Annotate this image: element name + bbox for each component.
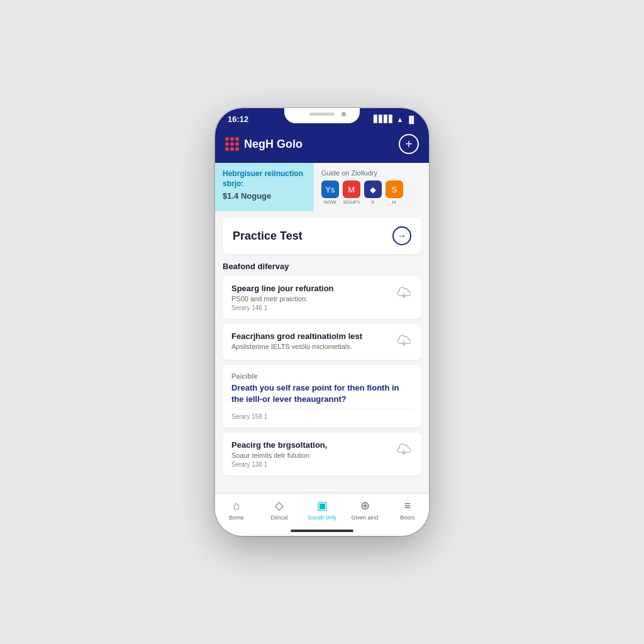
battery-icon: ▐▌ [406,116,416,123]
section-card-2-meta: Serary 138 1 [231,461,390,468]
diamond-label: 0 [372,199,374,205]
section-card-2-title: Peacirg the brgsoltation, [231,440,390,450]
promo-section: Hebrgisuer reiinuction sbrjo: $1.4 Nogug… [215,163,429,211]
wifi-icon: ▲ [397,116,404,123]
guide-icon-ys[interactable]: Ys NOW [321,180,339,205]
logo-dot-5 [230,142,234,146]
section-card-2-content: Peacirg the brgsoltation, Soaur teimits … [231,440,395,468]
list-item-2[interactable]: Feacrjhans grod realtinatiolm lest Apsli… [223,324,421,360]
logo-dot-6 [235,142,239,146]
nav-label-home: Bome [229,514,244,521]
given-icon: ⊕ [360,499,370,513]
m-label: SOUP'I [343,199,360,205]
s-icon: S [386,180,403,198]
section-card-2[interactable]: Peacirg the brgsoltation, Soaur teimits … [223,433,421,475]
s-label: H [392,199,396,205]
promo-right[interactable]: Guide on Ziolludry Ys NOW M SOUP'I ◆ 0 S… [314,163,429,211]
nav-item-diincal[interactable]: ◇ Diincal [264,499,295,521]
guide-icon-s[interactable]: S H [386,180,403,205]
nav-label-boors: Boors [400,514,415,521]
logo-dot-7 [225,147,229,151]
nav-item-given[interactable]: ⊕ Given aind [349,499,380,521]
cloud-download-icon-3 [395,440,413,458]
section-card-1-question: Dreath you self rase point for then fion… [231,382,413,405]
promo-price: $1.4 Noguge [223,191,306,201]
section-label: Beafond difervay [223,262,421,271]
section-card-2-desc: Soaur teimits delr fulution [231,452,390,459]
ys-label: NOW [324,199,336,205]
logo-dot-4 [225,142,229,146]
guide-icon-m[interactable]: M SOUP'I [343,180,360,205]
list-item-1[interactable]: Spearg line jour refuration PS00 and met… [223,276,421,319]
menu-icon: ≡ [404,499,411,513]
speaker [309,113,335,116]
nav-item-goush[interactable]: ▣ Goush only [306,499,338,521]
practice-test-arrow[interactable]: → [392,226,411,245]
ys-icon: Ys [321,180,339,198]
status-time: 16:12 [228,114,248,124]
cloud-download-icon-2 [395,331,413,349]
bottom-nav: ⌂ Bome ◇ Diincal ▣ Goush only ⊕ Given ai… [215,493,429,530]
logo-dots-grid [225,137,239,151]
guide-icon-0[interactable]: ◆ 0 [364,180,382,205]
list-item-1-content: Spearg line jour refuration PS00 and met… [231,284,395,311]
home-bar [291,530,353,532]
guide-icons: Ys NOW M SOUP'I ◆ 0 S H [321,180,421,205]
promo-title: Hebrgisuer reiinuction sbrjo: [223,169,306,189]
logo-dot-1 [225,137,229,141]
add-button[interactable]: + [399,134,419,154]
list-item-1-desc: PS00 and metr praiction: [231,295,390,303]
app-content: Practice Test → Beafond difervay Spearg … [215,211,429,493]
logo-dot-8 [230,147,234,151]
app-logo: NegH Golo [225,137,303,151]
nav-item-home[interactable]: ⌂ Bome [221,499,252,521]
notch [284,108,360,123]
practice-test-title: Practice Test [233,230,303,243]
list-item-2-content: Feacrjhans grod realtinatiolm lest Apsli… [231,331,395,352]
logo-dot-3 [235,137,239,141]
logo-dot-9 [235,147,239,151]
practice-test-card[interactable]: Practice Test → [223,218,421,254]
nav-label-given: Given aind [351,514,378,521]
status-icons: ▋▋▋▋ ▲ ▐▌ [374,115,416,123]
cloud-download-icon-1 [395,284,413,301]
camera [341,112,346,116]
list-item-1-title: Spearg line jour refuration [231,284,390,293]
logo-dot-2 [230,137,234,141]
nav-label-diincal: Diincal [270,514,287,521]
list-item-2-title: Feacrjhans grod realtinatiolm lest [231,331,390,341]
app-header: NegH Golo + [215,128,429,163]
diamond-icon: ◆ [364,180,382,198]
list-item-2-desc: Apslisterime IELTS vetölo miclometials. [231,343,390,350]
app-title: NegH Golo [244,138,303,151]
phone-frame: 16:12 ▋▋▋▋ ▲ ▐▌ NegH Golo + [215,108,429,536]
guide-title: Guide on Ziolludry [321,169,421,177]
section-card-1-label: Paicible [231,372,413,380]
home-icon: ⌂ [233,499,240,513]
signal-icon: ▋▋▋▋ [374,115,394,123]
diincal-icon: ◇ [275,499,284,513]
goush-icon: ▣ [317,499,328,513]
m-icon: M [343,180,360,198]
promo-left[interactable]: Hebrgisuer reiinuction sbrjo: $1.4 Nogug… [215,163,314,211]
nav-label-goush: Goush only [308,514,336,521]
list-item-1-meta: Serary 146 1 [231,304,390,311]
section-card-1[interactable]: Paicible Dreath you self rase point for … [223,365,421,428]
section-card-1-meta: Serary 158 1 [231,413,413,420]
nav-item-boors[interactable]: ≡ Boors [392,499,423,521]
home-indicator [215,530,429,536]
